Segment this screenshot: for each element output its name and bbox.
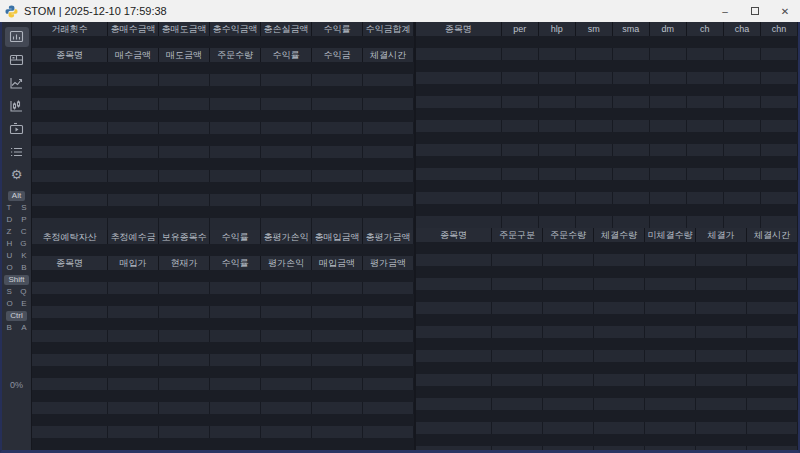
- column-header-watchlist-8[interactable]: chn: [761, 22, 798, 36]
- hotkey-letter[interactable]: E: [21, 298, 26, 310]
- table-row[interactable]: [416, 180, 798, 192]
- table-row[interactable]: [416, 422, 798, 434]
- table-row[interactable]: [416, 132, 798, 144]
- table-row[interactable]: [32, 306, 414, 318]
- table-row[interactable]: [32, 134, 414, 146]
- table-row[interactable]: [416, 144, 798, 156]
- hotkey-letter[interactable]: B: [7, 322, 12, 334]
- table-row[interactable]: [32, 194, 414, 206]
- column-header-trade_summary-2[interactable]: 총매도금액: [159, 22, 210, 36]
- hotkey-letter[interactable]: H: [7, 238, 13, 250]
- column-header-account_summary-6[interactable]: 총평가금액: [363, 230, 414, 244]
- table-row[interactable]: [416, 302, 798, 314]
- table-row[interactable]: [416, 434, 798, 446]
- column-header-trade_summary-6[interactable]: 수익금합계: [363, 22, 414, 36]
- table-row[interactable]: [32, 182, 414, 194]
- modifier-key-alt[interactable]: Alt: [8, 191, 25, 201]
- table-row[interactable]: [416, 192, 798, 204]
- table-row[interactable]: [416, 36, 798, 48]
- hotkey-pair[interactable]: TS: [7, 202, 27, 214]
- column-header-holdings-0[interactable]: 종목명: [32, 256, 108, 270]
- table-row[interactable]: [416, 350, 798, 362]
- column-header-holdings-2[interactable]: 현재가: [159, 256, 210, 270]
- table-row[interactable]: [416, 266, 798, 278]
- table-row[interactable]: [416, 72, 798, 84]
- table-row[interactable]: [32, 426, 414, 438]
- column-header-holdings-1[interactable]: 매입가: [108, 256, 159, 270]
- hotkey-letter[interactable]: A: [21, 322, 26, 334]
- column-header-trade_list-2[interactable]: 매도금액: [159, 48, 210, 62]
- hotkey-letter[interactable]: O: [7, 298, 13, 310]
- table-row[interactable]: [32, 402, 414, 414]
- table-row[interactable]: [416, 48, 798, 60]
- hotkey-pair[interactable]: OB: [7, 262, 27, 274]
- table-row[interactable]: [32, 390, 414, 402]
- close-button[interactable]: ✕: [770, 0, 800, 22]
- column-header-account_summary-0[interactable]: 추정예탁자산: [32, 230, 108, 244]
- hotkey-pair[interactable]: DP: [7, 214, 27, 226]
- table-row[interactable]: [416, 60, 798, 72]
- hotkey-letter[interactable]: B: [21, 262, 26, 274]
- column-header-holdings-6[interactable]: 평가금액: [363, 256, 414, 270]
- table-row[interactable]: [416, 156, 798, 168]
- hotkey-letter[interactable]: S: [21, 202, 26, 214]
- column-header-orders-6[interactable]: 체결시간: [747, 228, 798, 242]
- hotkey-pair[interactable]: OE: [7, 298, 27, 310]
- table-row[interactable]: [416, 446, 798, 450]
- column-header-watchlist-1[interactable]: per: [502, 22, 539, 36]
- table-row[interactable]: [416, 168, 798, 180]
- column-header-watchlist-6[interactable]: ch: [687, 22, 724, 36]
- table-row[interactable]: [416, 362, 798, 374]
- hotkey-letter[interactable]: O: [7, 262, 13, 274]
- table-row[interactable]: [416, 278, 798, 290]
- table-row[interactable]: [32, 206, 414, 218]
- table-row[interactable]: [416, 120, 798, 132]
- hotkey-letter[interactable]: D: [7, 214, 13, 226]
- column-header-trade_list-6[interactable]: 체결시간: [363, 48, 414, 62]
- column-header-account_summary-1[interactable]: 추정예수금: [108, 230, 159, 244]
- table-row[interactable]: [32, 354, 414, 366]
- table-row[interactable]: [32, 414, 414, 426]
- dashboard-view-icon[interactable]: [5, 50, 29, 70]
- table-row[interactable]: [32, 294, 414, 306]
- settings-gear-icon[interactable]: ⚙: [5, 165, 29, 185]
- table-row[interactable]: [32, 36, 414, 48]
- table-row[interactable]: [32, 62, 414, 74]
- table-row[interactable]: [416, 204, 798, 216]
- table-row[interactable]: [416, 338, 798, 350]
- column-header-holdings-4[interactable]: 평가손익: [261, 256, 312, 270]
- table-row[interactable]: [32, 378, 414, 390]
- column-header-trade_summary-3[interactable]: 총수익금액: [210, 22, 261, 36]
- table-row[interactable]: [416, 96, 798, 108]
- table-row[interactable]: [32, 282, 414, 294]
- table-row[interactable]: [416, 216, 798, 228]
- column-header-orders-1[interactable]: 주문구분: [492, 228, 543, 242]
- table-row[interactable]: [32, 366, 414, 378]
- list-view-icon[interactable]: [5, 142, 29, 162]
- minimize-button[interactable]: –: [710, 0, 740, 22]
- column-header-trade_summary-0[interactable]: 거래횟수: [32, 22, 108, 36]
- modifier-key-shift[interactable]: Shift: [4, 275, 28, 285]
- column-header-trade_list-3[interactable]: 주문수량: [210, 48, 261, 62]
- table-row[interactable]: [416, 242, 798, 254]
- table-row[interactable]: [32, 158, 414, 170]
- candle-view-icon[interactable]: [5, 96, 29, 116]
- hotkey-pair[interactable]: SQ: [7, 286, 27, 298]
- hotkey-pair[interactable]: UK: [7, 250, 27, 262]
- table-row[interactable]: [32, 122, 414, 134]
- hotkey-pair[interactable]: BA: [7, 322, 27, 334]
- table-row[interactable]: [32, 86, 414, 98]
- column-header-orders-5[interactable]: 체결가: [696, 228, 747, 242]
- table-row[interactable]: [416, 254, 798, 266]
- hotkey-letter[interactable]: Z: [7, 226, 12, 238]
- hotkey-letter[interactable]: K: [21, 250, 26, 262]
- column-header-account_summary-3[interactable]: 수익률: [210, 230, 261, 244]
- modifier-key-ctrl[interactable]: Ctrl: [6, 311, 26, 321]
- column-header-watchlist-3[interactable]: sm: [576, 22, 613, 36]
- column-header-orders-4[interactable]: 미체결수량: [645, 228, 696, 242]
- table-row[interactable]: [32, 146, 414, 158]
- hotkey-letter[interactable]: U: [7, 250, 13, 262]
- hotkey-letter[interactable]: G: [20, 238, 26, 250]
- column-header-trade_summary-4[interactable]: 총손실금액: [261, 22, 312, 36]
- column-header-holdings-5[interactable]: 매입금액: [312, 256, 363, 270]
